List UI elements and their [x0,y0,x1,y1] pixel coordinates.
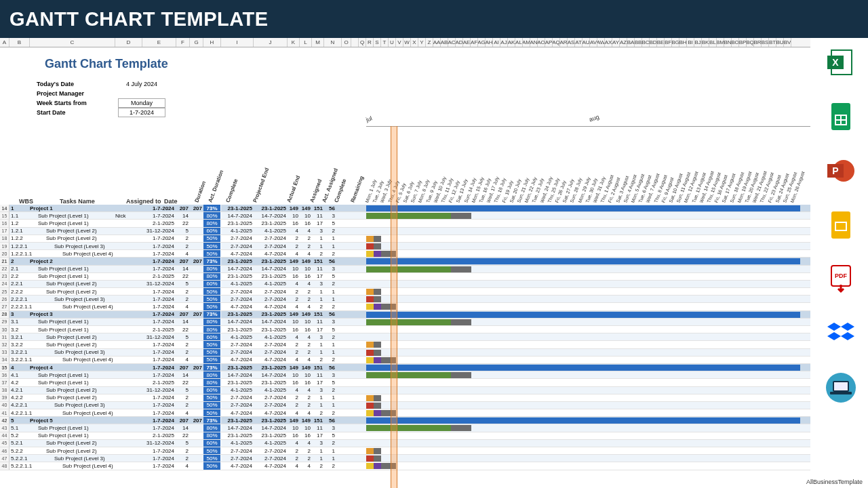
cell[interactable] [115,432,142,439]
cell[interactable]: 4 [288,281,300,287]
cell[interactable]: 2 [176,341,190,348]
cell[interactable]: 23-1-2025 [254,326,288,333]
table-row[interactable]: 425Project 51-7-202420720773%23-1-202523… [0,417,810,424]
cell[interactable]: 1-7-2024 [142,349,176,356]
cell[interactable]: 60% [203,333,221,340]
cell[interactable]: 151 [312,205,324,211]
cell[interactable]: 4 [300,281,312,287]
cell[interactable] [115,402,142,409]
cell[interactable]: 2 [288,402,300,409]
cell[interactable]: 2-7-2024 [221,447,254,454]
cell[interactable]: 50% [203,296,221,302]
cell[interactable]: 2 [300,288,312,295]
cell[interactable]: 207 [190,258,203,264]
cell[interactable]: 4 [288,440,300,447]
cell[interactable]: 10 [288,266,300,272]
cell[interactable]: Sub Project (Level 1) [30,266,115,272]
cell[interactable]: 3 [324,424,336,431]
cell[interactable]: 1 [312,341,324,348]
cell[interactable]: 23-1-2025 [254,205,288,211]
cell[interactable]: 4 [300,357,312,363]
cell[interactable]: 1 [324,296,336,302]
cell[interactable]: 2-7-2024 [221,235,254,242]
table-row[interactable]: 364.1Sub Project (Level 1)1-7-20241480%1… [0,371,810,379]
cell[interactable]: 1 [312,349,324,356]
cell[interactable]: 1-7-2024 [142,402,176,409]
cell[interactable] [115,417,142,424]
cell[interactable]: 80% [203,326,221,333]
cell[interactable] [115,409,142,416]
cell[interactable]: 4-7-2024 [221,462,254,469]
cell[interactable]: 23-1-2025 [254,379,288,386]
cell[interactable]: 2 [176,447,190,454]
cell[interactable]: 10 [300,212,312,219]
cell[interactable]: 3 [324,212,336,219]
cell[interactable]: 3 [312,387,324,394]
cell[interactable]: 50% [203,447,221,454]
cell[interactable]: 23-1-2025 [221,379,254,386]
cell[interactable]: 2 [300,402,312,409]
cell[interactable]: 10 [300,319,312,325]
cell[interactable]: Sub Project (Level 1) [30,273,115,280]
cell[interactable]: 149 [288,311,300,318]
cell[interactable]: 80% [203,212,221,219]
table-row[interactable]: 201.2.2.1.1Sub Project (Level 4)1-7-2024… [0,250,810,258]
cell[interactable] [190,455,203,462]
cell[interactable]: 14-7-2024 [221,266,254,272]
cell[interactable]: 31-12-2024 [142,333,176,340]
cell[interactable]: 4-7-2024 [254,409,288,416]
cell[interactable] [115,319,142,325]
cell[interactable]: 2-1-2025 [142,432,176,439]
cell[interactable]: 4 [300,228,312,235]
cell[interactable]: 2 [176,288,190,295]
cell[interactable]: 2 [288,243,300,249]
cell[interactable]: 2 [300,243,312,249]
cell[interactable]: 207 [176,258,190,264]
table-row[interactable]: 465.2.2Sub Project (Level 2)1-7-2024250%… [0,447,810,455]
cell[interactable]: Project 1 [30,205,115,211]
cell[interactable]: 23-1-2025 [221,205,254,211]
cell[interactable]: 1-7-2024 [142,319,176,325]
cell[interactable]: 80% [203,371,221,378]
table-row[interactable]: 323.2.2Sub Project (Level 2)1-7-2024250%… [0,341,810,348]
cell[interactable]: 151 [312,311,324,318]
cell[interactable]: 11 [312,424,324,431]
start-value[interactable]: 1-7-2024 [118,108,165,117]
cell[interactable] [115,394,142,401]
cell[interactable]: 73% [203,258,221,264]
cell[interactable] [190,440,203,447]
cell[interactable]: 2 [324,440,336,447]
cell[interactable]: 23-1-2025 [221,311,254,318]
cell[interactable]: 23-1-2025 [254,417,288,424]
cell[interactable]: 23-1-2025 [221,326,254,333]
cell[interactable] [190,333,203,340]
cell[interactable]: 60% [203,228,221,235]
cell[interactable]: 56 [324,364,336,371]
cell[interactable]: 149 [288,364,300,371]
cell[interactable] [115,364,142,371]
cell[interactable] [190,394,203,401]
cell[interactable]: 4 [176,250,190,257]
cell[interactable]: 207 [176,205,190,211]
cell[interactable]: 50% [203,288,221,295]
cell[interactable]: 16 [288,220,300,226]
cell[interactable]: 207 [176,417,190,424]
cell[interactable]: 2-7-2024 [221,349,254,356]
cell[interactable]: 1 [312,243,324,249]
table-row[interactable]: 343.2.2.1.1Sub Project (Level 4)1-7-2024… [0,357,810,364]
cell[interactable]: 14-7-2024 [221,319,254,325]
cell[interactable]: 1-7-2024 [142,311,176,318]
cell[interactable]: 17 [312,379,324,386]
cell[interactable]: 1 [312,296,324,302]
cell[interactable]: 2 [300,455,312,462]
cell[interactable] [190,371,203,378]
cell[interactable]: 56 [324,311,336,318]
cell[interactable]: 2-7-2024 [254,235,288,242]
cell[interactable]: 60% [203,387,221,394]
cell[interactable]: 4 [176,462,190,469]
cell[interactable]: 2-7-2024 [221,296,254,302]
table-row[interactable]: 191.2.2.1Sub Project (Level 3)1-7-202425… [0,243,810,250]
cell[interactable]: 2-7-2024 [254,394,288,401]
cell[interactable]: 50% [203,250,221,257]
cell[interactable] [190,387,203,394]
